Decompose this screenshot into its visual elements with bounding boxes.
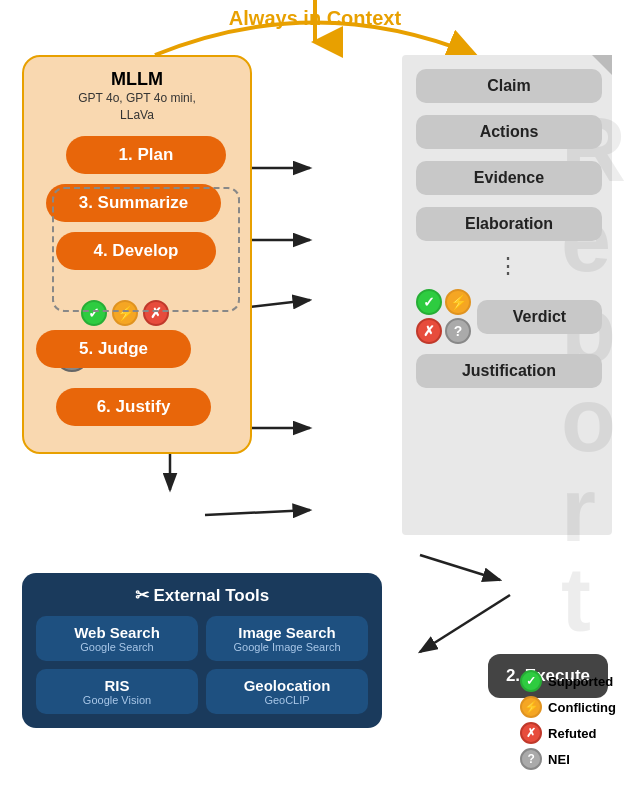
justify-step: 6. Justify <box>56 388 211 426</box>
report-verdict: Verdict <box>477 300 602 334</box>
image-search-title: Image Search <box>212 624 362 641</box>
judge-step: 5. Judge <box>36 330 191 368</box>
legend-conflicting: ⚡ Conflicting <box>520 696 616 718</box>
web-search-sub: Google Search <box>42 641 192 653</box>
geolocation-title: Geolocation <box>212 677 362 694</box>
web-search-title: Web Search <box>42 624 192 641</box>
legend-refuted-icon: ✗ <box>520 722 542 744</box>
report-claim: Claim <box>416 69 602 103</box>
mllm-title: MLLM <box>36 69 238 90</box>
ris-title: RIS <box>42 677 192 694</box>
web-search-tool[interactable]: Web Search Google Search <box>36 616 198 661</box>
image-search-tool[interactable]: Image Search Google Image Search <box>206 616 368 661</box>
legend-supported-icon: ✓ <box>520 670 542 692</box>
svg-line-10 <box>420 555 500 580</box>
image-search-sub: Google Image Search <box>212 641 362 653</box>
report-dots: ⋮ <box>416 253 602 279</box>
external-tools-title: ✂ ✂ External Tools External Tools <box>36 585 368 606</box>
report-actions: Actions <box>416 115 602 149</box>
tools-scissors-icon: ✂ <box>135 586 149 605</box>
tools-grid: Web Search Google Search Image Search Go… <box>36 616 368 714</box>
legend-refuted: ✗ Refuted <box>520 722 616 744</box>
verdict-nei-icon: ? <box>445 318 471 344</box>
legend-conflicting-label: Conflicting <box>548 700 616 715</box>
legend-refuted-label: Refuted <box>548 726 596 741</box>
report-elaboration: Elaboration <box>416 207 602 241</box>
external-tools-panel: ✂ ✂ External Tools External Tools Web Se… <box>22 573 382 728</box>
legend-nei-icon: ? <box>520 748 542 770</box>
verdict-legend: ✓ Supported ⚡ Conflicting ✗ Refuted ? NE… <box>520 670 616 774</box>
svg-line-9 <box>420 595 510 652</box>
svg-line-8 <box>205 510 310 515</box>
verdict-refuted-icon: ✗ <box>416 318 442 344</box>
geolocation-tool[interactable]: Geolocation GeoCLIP <box>206 669 368 714</box>
always-in-context-label: Always in Context <box>229 7 401 30</box>
geolocation-sub: GeoCLIP <box>212 694 362 706</box>
report-evidence: Evidence <box>416 161 602 195</box>
legend-supported: ✓ Supported <box>520 670 616 692</box>
mllm-box: MLLM GPT 4o, GPT 4o mini,LLaVa 1. Plan 3… <box>22 55 252 454</box>
ris-tool[interactable]: RIS Google Vision <box>36 669 198 714</box>
mllm-subtitle: GPT 4o, GPT 4o mini,LLaVa <box>36 90 238 124</box>
ris-sub: Google Vision <box>42 694 192 706</box>
legend-nei: ? NEI <box>520 748 616 770</box>
loop-dashed-box <box>52 187 240 312</box>
plan-step: 1. Plan <box>66 136 226 174</box>
report-page: Report Claim Actions Evidence Elaboratio… <box>402 55 612 535</box>
legend-nei-label: NEI <box>548 752 570 767</box>
verdict-supported-icon: ✓ <box>416 289 442 315</box>
legend-conflicting-icon: ⚡ <box>520 696 542 718</box>
verdict-conflicting-icon: ⚡ <box>445 289 471 315</box>
legend-supported-label: Supported <box>548 674 613 689</box>
report-justification: Justification <box>416 354 602 388</box>
